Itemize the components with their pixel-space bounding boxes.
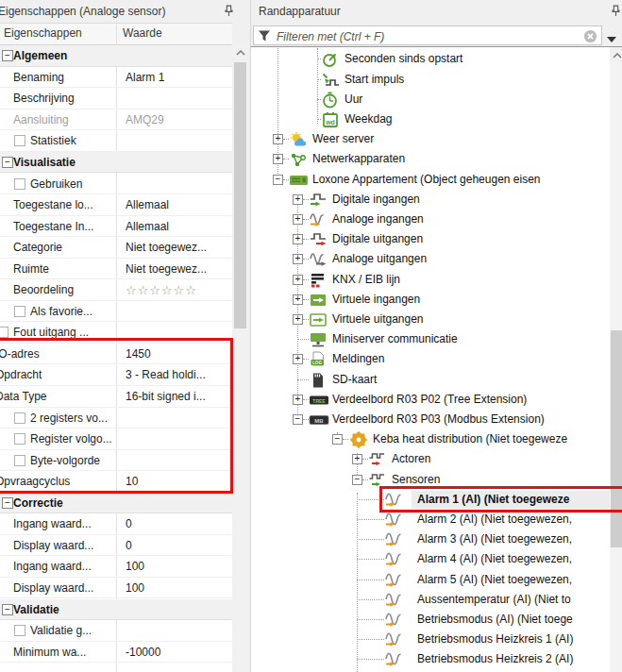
property-value[interactable]: 1450: [126, 347, 151, 361]
property-label: 2 registers vo...: [30, 412, 108, 425]
collapse-icon[interactable]: −: [332, 434, 343, 445]
expand-icon[interactable]: +: [293, 294, 303, 305]
tree-item[interactable]: +Virtuele ingangen: [251, 290, 610, 310]
tree-item[interactable]: Betriebsmodus Heizkreis 1 (AI): [251, 630, 610, 649]
property-row[interactable]: −Visualisatie: [0, 152, 232, 174]
analog-sensor-icon: [384, 612, 405, 629]
property-value[interactable]: 0: [126, 517, 132, 530]
analog-sensor-icon: [384, 631, 405, 648]
group-label: Validatie: [13, 603, 59, 616]
property-value[interactable]: -10000: [126, 646, 160, 659]
tree-item-selected[interactable]: Alarm 1 (AI) (Niet toegeweze: [251, 490, 610, 510]
clear-icon[interactable]: [583, 29, 597, 43]
tree-item[interactable]: +Actoren: [251, 449, 610, 469]
filter-input[interactable]: [275, 27, 562, 45]
tree-item[interactable]: Alarm 3 (AI) (Niet toegewezen,: [251, 529, 610, 549]
tree-item[interactable]: Miniserver communicatie: [251, 329, 610, 349]
expand-icon[interactable]: +: [293, 395, 303, 405]
expand-icon[interactable]: +: [293, 214, 303, 225]
property-value[interactable]: 100: [126, 560, 144, 573]
property-value[interactable]: Allemaal: [126, 198, 169, 211]
property-value[interactable]: 16-bit signed i...: [126, 390, 206, 403]
tree-item[interactable]: Alarm 5 (AI) (Niet toegewezen,: [251, 570, 610, 590]
expand-icon[interactable]: +: [293, 354, 303, 364]
tree-item[interactable]: +Virtuele uitgangen: [251, 310, 610, 329]
property-row[interactable]: −Algemeen: [0, 45, 232, 67]
property-value[interactable]: Allemaal: [126, 220, 169, 233]
tree-item[interactable]: wdWeekdag: [251, 109, 610, 129]
tree-item[interactable]: +Digitale ingangen: [251, 190, 610, 210]
tree-item[interactable]: Start impuls: [251, 70, 610, 90]
filter-box[interactable]: [253, 25, 602, 45]
tree-item[interactable]: +Netwerkapparaten: [251, 149, 610, 169]
collapse-icon[interactable]: −: [2, 497, 13, 509]
tree-item[interactable]: Betriebsmodus (AI) (Niet toege: [251, 610, 610, 630]
property-value[interactable]: 3 - Read holdi...: [126, 368, 206, 381]
property-value[interactable]: 0: [126, 539, 132, 552]
tree-item[interactable]: SD-kaart: [251, 370, 610, 390]
analog-sensor-icon: [384, 551, 405, 568]
scroll-up-icon[interactable]: [233, 44, 247, 60]
tree-item[interactable]: Betriebsmodus Heizkreis 2 (AI): [251, 649, 610, 669]
tree-item[interactable]: Alarm 2 (AI) (Niet toegewezen,: [251, 510, 610, 529]
checkbox[interactable]: [14, 433, 25, 445]
checkbox[interactable]: [14, 412, 25, 424]
rating-stars[interactable]: ☆☆☆☆☆☆: [126, 283, 197, 297]
expand-icon[interactable]: +: [273, 134, 283, 144]
checkbox[interactable]: [14, 625, 25, 636]
scroll-thumb[interactable]: [611, 330, 622, 547]
tree-item[interactable]: +Analoge uitgangen: [251, 249, 610, 269]
collapse-icon[interactable]: −: [293, 414, 303, 425]
property-value[interactable]: 10: [126, 475, 138, 488]
scroll-thumb[interactable]: [234, 62, 246, 328]
tree-item[interactable]: Uur: [251, 90, 610, 109]
collapse-icon[interactable]: −: [273, 175, 283, 185]
checkbox[interactable]: [14, 306, 25, 317]
scroll-up-icon[interactable]: [610, 47, 622, 63]
tree-item[interactable]: Aussentemperatur (AI) (Niet to: [251, 590, 610, 610]
property-row: Beoordeling☆☆☆☆☆☆: [0, 279, 232, 301]
collapse-icon[interactable]: −: [2, 604, 13, 615]
property-row[interactable]: −Validatie: [0, 599, 232, 621]
properties-scrollbar[interactable]: [233, 44, 247, 672]
tree-item[interactable]: −Loxone Appartement (Object geheugen eis…: [251, 170, 610, 190]
expand-icon[interactable]: +: [293, 314, 303, 325]
expand-icon[interactable]: +: [352, 454, 362, 464]
property-value[interactable]: AMQ29: [126, 113, 164, 126]
tree-item[interactable]: −Keba heat distribution (Niet toegeweze: [251, 429, 610, 449]
property-value[interactable]: Niet toegewez...: [126, 241, 207, 254]
property-value[interactable]: Alarm 1: [126, 71, 164, 84]
checkbox[interactable]: [14, 135, 25, 146]
tree-item[interactable]: +KNX / EIB lijn: [251, 270, 610, 290]
expand-icon[interactable]: +: [293, 275, 303, 285]
checkbox[interactable]: [14, 455, 25, 466]
chevron-down-icon[interactable]: [606, 33, 617, 41]
tree-item[interactable]: +Digitale uitgangen: [251, 229, 610, 249]
checkbox[interactable]: [14, 178, 25, 190]
expand-icon[interactable]: +: [293, 194, 303, 205]
collapse-icon[interactable]: −: [352, 475, 362, 485]
collapse-icon[interactable]: −: [2, 50, 13, 61]
tree-item[interactable]: +Weer server: [251, 129, 610, 149]
tree-item[interactable]: +LOGMeldingen: [251, 349, 610, 369]
tree-item[interactable]: −Sensoren: [251, 470, 610, 490]
collapse-icon[interactable]: −: [2, 157, 13, 168]
tree-item[interactable]: +TREEVerdeelbord R03 P02 (Tree Extension…: [251, 390, 610, 410]
property-value[interactable]: Niet toegewez...: [126, 262, 207, 276]
tree-item-label: Verdeelbord R03 P02 (Tree Extension): [332, 393, 527, 406]
checkbox[interactable]: [0, 327, 8, 338]
expand-icon[interactable]: +: [273, 154, 283, 164]
tree-item[interactable]: −MBVerdeelbord R03 P03 (Modbus Extension…: [251, 410, 610, 429]
property-row[interactable]: −Correctie: [0, 493, 232, 514]
property-value[interactable]: 100: [126, 581, 144, 595]
expand-icon[interactable]: +: [293, 234, 303, 244]
property-label: Gebruiken: [30, 177, 82, 191]
tree-item[interactable]: Seconden sinds opstart: [251, 49, 610, 69]
pin-icon[interactable]: [610, 5, 622, 17]
pin-icon[interactable]: [223, 5, 235, 17]
tree-item-label: Meldingen: [332, 352, 384, 365]
tree-scrollbar[interactable]: [610, 47, 622, 672]
tree-item[interactable]: +Analoge ingangen: [251, 210, 610, 229]
tree-item[interactable]: Alarm 4 (AI) (Niet toegewezen,: [251, 549, 610, 569]
expand-icon[interactable]: +: [293, 254, 303, 264]
